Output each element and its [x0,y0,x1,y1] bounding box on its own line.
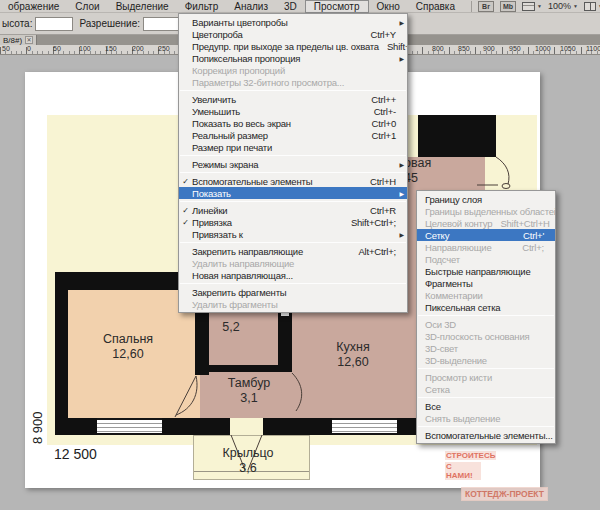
view-extras-button[interactable]: ▼ [522,2,542,11]
menu-bar: ображениеСлоиВыделениеФильтрАнализ3DПрос… [0,0,600,13]
menu-separator [180,172,406,173]
menu-item[interactable]: Уменьшить Ctrl+- [179,105,407,117]
show-submenu-dropdown: Границу слоя Границы выделенных областей… [416,190,556,444]
menu-item[interactable]: Коррекция пропорций [179,64,407,76]
submenu-item[interactable]: 3D-выделение [417,354,555,366]
watermark-logo: СТРОИТЕСЬ С НАМИ! КОТТЕДЖ-ПРОЕКТ [445,444,549,490]
menubar-item[interactable]: Анализ [226,0,276,13]
ruler-number: 50 [2,45,10,52]
submenu-item[interactable]: Быстрые направляющие [417,265,555,277]
submenu-item[interactable]: Границу слоя [417,193,555,205]
label-partial-room: овая 45 [404,156,464,186]
menu-item[interactable]: Предупр. при выходе за пределы цв. охват… [179,40,407,52]
menu-separator [418,426,554,427]
submenu-item[interactable]: Подсчет [417,253,555,265]
ruler-number: 0 [27,45,31,52]
zoom-level-dropdown[interactable]: 100% ▼ [548,1,578,11]
arrange-documents-button[interactable]: ▼ [584,2,600,11]
dimension-height: 8 900 [30,411,45,444]
menu-item[interactable]: Цветопроба Ctrl+Y [179,28,407,40]
height-field[interactable] [35,17,73,31]
menu-item[interactable]: Варианты цветопробы ▶ [179,16,407,28]
menu-item[interactable]: Закрепить фрагменты [179,286,407,298]
menu-separator [180,242,406,243]
menu-separator [418,315,554,316]
menu-item[interactable]: Удалить направляющие [179,257,407,269]
menu-item[interactable]: Увеличить Ctrl++ [179,93,407,105]
submenu-item[interactable]: Комментарии [417,289,555,301]
chevron-down-icon: ▼ [573,3,578,9]
menu-item[interactable]: Попиксельная пропорция ▶ [179,52,407,64]
menu-item[interactable]: Привязать к ▶ [179,228,407,240]
menubar-item[interactable]: 3D [276,0,305,13]
ruler-number: 1100 [586,45,600,52]
menubar-item[interactable]: Просмотр [305,0,369,13]
photoshop-window: Спальня 12,60 5,2 Тамбур 3,1 Кухня 12,60… [0,0,600,510]
menu-separator [180,283,406,284]
submenu-item[interactable]: Сетку Ctrl+' [417,229,555,241]
checkmark-icon: ✓ [179,206,192,215]
menu-item[interactable]: Размер при печати [179,141,407,153]
menu-item[interactable]: ✓ Привязка Shift+Ctrl+; [179,216,407,228]
dimension-width: 12 500 [54,446,97,462]
close-icon[interactable]: ✕ [25,36,33,44]
submenu-item[interactable]: Оси 3D [417,318,555,330]
ruler-number: 50 [53,45,61,52]
menu-separator [180,201,406,202]
submenu-item[interactable]: Пиксельная сетка [417,301,555,313]
menubar-item[interactable]: Справка [408,0,463,13]
menubar-item[interactable]: Окно [369,0,408,13]
ruler-number: 200 [132,45,144,52]
menu-separator [180,155,406,156]
menu-item[interactable]: Новая направляющая... [179,269,407,281]
label-corridor: 5,2 [211,320,251,335]
mini-bridge-button[interactable]: Mb [500,1,516,12]
submenu-item[interactable]: Фрагменты [417,277,555,289]
height-label: ысота: [2,18,32,29]
submenu-arrow-icon: ▶ [396,55,404,62]
menu-separator [180,90,406,91]
menu-item[interactable]: Реальный размер Ctrl+1 [179,129,407,141]
bridge-button[interactable]: Br [478,1,494,12]
submenu-item[interactable]: Целевой контур Shift+Ctrl+H [417,217,555,229]
menu-bar-items: ображениеСлоиВыделениеФильтрАнализ3DПрос… [0,0,463,13]
submenu-item[interactable]: Границы выделенных областей [417,205,555,217]
chevron-down-icon: ▼ [537,3,542,9]
submenu-item[interactable]: Сетка [417,383,555,395]
menu-item[interactable]: Показать во весь экран Ctrl+0 [179,117,407,129]
menu-item[interactable]: Параметры 32-битного просмотра... [179,76,407,88]
submenu-item[interactable]: 3D-плоскость основания [417,330,555,342]
menu-item[interactable]: ✓ Линейки Ctrl+R [179,204,407,216]
ruler-number: 800 [432,45,444,52]
menubar-item[interactable]: Слои [67,0,107,13]
document-tab[interactable]: В/8#) ✕ [0,35,37,45]
ruler-number: 100 [79,45,91,52]
ruler-number: 150 [105,45,117,52]
resolution-field[interactable] [143,17,183,31]
submenu-item[interactable]: Снять выделение [417,412,555,424]
submenu-item[interactable]: Просмотр кисти [417,371,555,383]
menu-item[interactable]: Закрепить направляющие Alt+Ctrl+; [179,245,407,257]
ruler-number: 950 [509,45,521,52]
submenu-item[interactable]: Вспомогательные элементы... [417,429,555,441]
label-kitchen: Кухня 12,60 [323,340,383,370]
ruler-number: 1000 [535,45,551,52]
ruler-number: 900 [483,45,495,52]
submenu-arrow-icon: ▶ [396,231,404,238]
submenu-item[interactable]: Направляющие Ctrl+; [417,241,555,253]
submenu-item[interactable]: Все [417,400,555,412]
checkmark-icon: ✓ [179,177,192,186]
menu-item[interactable]: Показать ▶ [179,187,407,199]
menu-item[interactable]: Режимы экрана ▶ [179,158,407,170]
label-porch: Крыльцо 3,6 [217,446,279,476]
ruler-number: 250 [158,45,170,52]
submenu-item[interactable]: 3D-свет [417,342,555,354]
resolution-label: Разрешение: [79,18,140,29]
menubar-item[interactable]: ображение [0,0,67,13]
menu-item[interactable]: Удалить фрагменты [179,298,407,310]
toolbar-separator [471,1,472,12]
menubar-item[interactable]: Выделение [108,0,177,13]
menubar-item[interactable]: Фильтр [177,0,227,13]
menu-item[interactable]: ✓ Вспомогательные элементы Ctrl+H [179,175,407,187]
submenu-arrow-icon: ▶ [396,161,404,168]
